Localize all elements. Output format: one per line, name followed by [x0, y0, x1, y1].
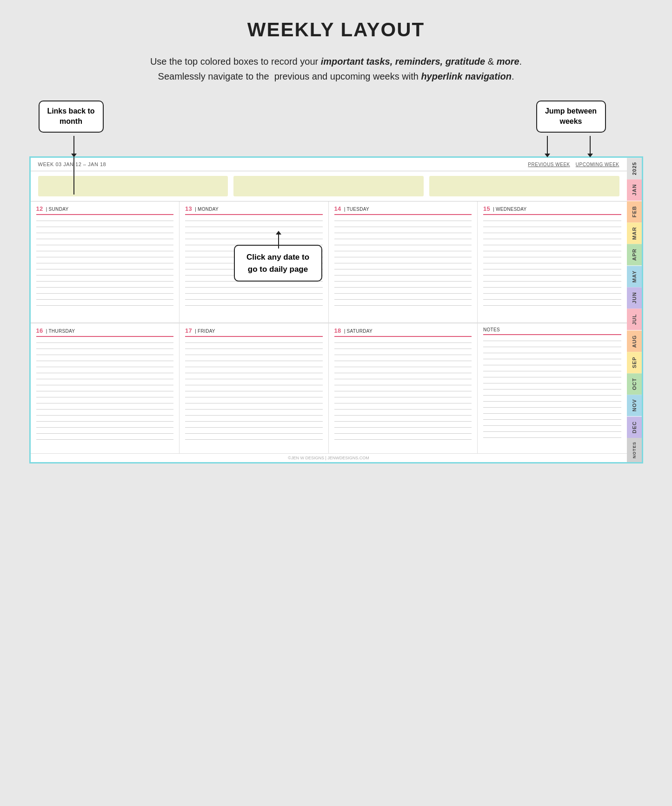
- line: [334, 263, 472, 263]
- day-number-monday[interactable]: 13: [185, 205, 192, 212]
- line: [334, 379, 472, 379]
- line: [36, 391, 174, 391]
- day-label-sunday: 12 | SUNDAY: [36, 205, 174, 212]
- side-tab-nov[interactable]: NOV: [627, 395, 642, 416]
- page-title: WEEKLY LAYOUT: [247, 19, 425, 41]
- line: [185, 355, 323, 355]
- description: Use the top colored boxes to record your…: [150, 54, 522, 84]
- line: [334, 439, 472, 440]
- right-annotation-arrow2: [587, 136, 593, 157]
- side-tab-dec[interactable]: DEC: [627, 416, 642, 438]
- side-tab-may[interactable]: MAY: [627, 266, 642, 287]
- side-tab-jun[interactable]: JUN: [627, 287, 642, 309]
- line: [483, 275, 621, 275]
- line: [334, 391, 472, 391]
- line: [334, 305, 472, 306]
- line: [334, 349, 472, 349]
- day-cell-sunday: 12 | SUNDAY: [31, 202, 180, 322]
- line: [185, 379, 323, 379]
- line: [483, 395, 621, 396]
- line: [483, 221, 621, 221]
- day-number-friday[interactable]: 17: [185, 327, 192, 334]
- line: [483, 281, 621, 282]
- line: [36, 373, 174, 373]
- line: [185, 403, 323, 403]
- line: [185, 397, 323, 397]
- line: [185, 299, 323, 300]
- line: [483, 341, 621, 341]
- line: [185, 409, 323, 410]
- line: [334, 293, 472, 294]
- day-number-sunday[interactable]: 12: [36, 205, 43, 212]
- line: [334, 275, 472, 275]
- middle-callout: Click any date to go to daily page: [234, 245, 322, 282]
- line: [36, 403, 174, 403]
- line: [36, 269, 174, 269]
- line: [185, 305, 323, 306]
- line: [483, 227, 621, 227]
- line: [185, 385, 323, 385]
- side-tab-mar[interactable]: MAR: [627, 222, 642, 244]
- line: [483, 239, 621, 239]
- line: [36, 299, 174, 300]
- top-box-3: [429, 176, 619, 196]
- line: [185, 427, 323, 428]
- left-callout: Links back to month: [39, 101, 104, 133]
- lines-saturday: [334, 341, 472, 440]
- side-tab-aug[interactable]: AUG: [627, 330, 642, 352]
- side-tab-notes[interactable]: NOTES: [627, 438, 642, 462]
- right-annotation-arrow1: [545, 136, 550, 157]
- side-tab-sep[interactable]: SEP: [627, 352, 642, 373]
- top-boxes: [31, 171, 627, 202]
- line: [36, 343, 174, 343]
- previous-week-link[interactable]: PREVIOUS WEEK: [528, 162, 570, 167]
- day-cell-tuesday: 14 | TUESDAY: [329, 202, 478, 322]
- side-tab-jan[interactable]: JAN: [627, 179, 642, 201]
- line: [483, 407, 621, 408]
- day-number-tuesday[interactable]: 14: [334, 205, 341, 212]
- lines-thursday: [36, 341, 174, 440]
- line: [334, 361, 472, 361]
- line: [185, 221, 323, 221]
- line: [334, 233, 472, 233]
- line: [334, 287, 472, 288]
- line: [483, 437, 621, 438]
- line: [483, 233, 621, 233]
- line: [36, 251, 174, 251]
- line: [334, 257, 472, 257]
- line: [36, 439, 174, 440]
- line: [334, 269, 472, 269]
- line: [36, 409, 174, 410]
- side-tab-2025[interactable]: 2025: [627, 158, 642, 179]
- day-label-friday: 17 | FRIDAY: [185, 327, 323, 334]
- line: [483, 365, 621, 365]
- day-divider-sunday: [36, 214, 174, 215]
- line: [334, 421, 472, 422]
- line: [334, 409, 472, 410]
- line: [334, 343, 472, 343]
- side-tab-jul[interactable]: JUL: [627, 309, 642, 330]
- line: [334, 281, 472, 282]
- line: [36, 355, 174, 355]
- side-tab-apr[interactable]: APR: [627, 244, 642, 265]
- day-number-wednesday[interactable]: 15: [483, 205, 490, 212]
- lines-friday: [185, 341, 323, 440]
- line: [483, 287, 621, 288]
- line: [334, 433, 472, 434]
- day-number-thursday[interactable]: 16: [36, 327, 43, 334]
- line: [334, 221, 472, 221]
- line: [185, 367, 323, 367]
- day-cell-saturday: 18 | SATURDAY: [329, 323, 478, 453]
- line: [185, 227, 323, 227]
- line: [36, 305, 174, 306]
- line: [185, 439, 323, 440]
- day-number-saturday[interactable]: 18: [334, 327, 341, 334]
- upcoming-week-link[interactable]: UPCOMING WEEK: [576, 162, 619, 167]
- side-tab-oct[interactable]: OCT: [627, 373, 642, 395]
- middle-callout-arrow: [276, 231, 281, 249]
- line: [36, 293, 174, 294]
- side-tab-feb[interactable]: FEB: [627, 201, 642, 222]
- planner-main: WEEK 03 JAN 12 – JAN 18 PREVIOUS WEEK UP…: [31, 158, 627, 462]
- day-divider-tuesday: [334, 214, 472, 215]
- line: [483, 389, 621, 390]
